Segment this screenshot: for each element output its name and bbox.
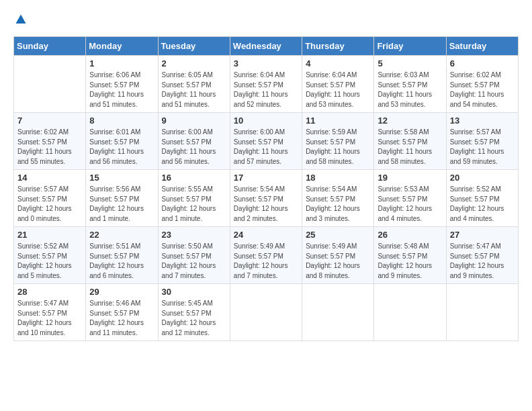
calendar-cell: 21Sunrise: 5:52 AMSunset: 5:57 PMDayligh…	[14, 227, 86, 284]
day-info: Sunrise: 6:06 AMSunset: 5:57 PMDaylight:…	[89, 71, 154, 109]
calendar-cell: 28Sunrise: 5:47 AMSunset: 5:57 PMDayligh…	[14, 284, 86, 341]
day-info: Sunrise: 5:52 AMSunset: 5:57 PMDaylight:…	[450, 185, 515, 224]
calendar-cell	[230, 284, 302, 341]
calendar-cell: 19Sunrise: 5:53 AMSunset: 5:57 PMDayligh…	[374, 170, 446, 227]
calendar-cell: 1Sunrise: 6:06 AMSunset: 5:57 PMDaylight…	[86, 56, 158, 113]
column-header-sunday: Sunday	[14, 37, 86, 56]
day-info: Sunrise: 5:54 AMSunset: 5:57 PMDaylight:…	[234, 185, 298, 224]
calendar-header-row: SundayMondayTuesdayWednesdayThursdayFrid…	[14, 37, 519, 56]
day-number: 25	[306, 230, 370, 240]
calendar-cell: 25Sunrise: 5:49 AMSunset: 5:57 PMDayligh…	[302, 227, 374, 284]
calendar-cell: 6Sunrise: 6:02 AMSunset: 5:57 PMDaylight…	[446, 56, 518, 113]
day-number: 27	[450, 230, 515, 240]
calendar-cell: 9Sunrise: 6:00 AMSunset: 5:57 PMDaylight…	[158, 113, 230, 170]
day-number: 18	[306, 173, 370, 183]
day-info: Sunrise: 6:04 AMSunset: 5:57 PMDaylight:…	[234, 71, 298, 109]
column-header-monday: Monday	[86, 37, 158, 56]
calendar-cell: 5Sunrise: 6:03 AMSunset: 5:57 PMDaylight…	[374, 56, 446, 113]
day-info: Sunrise: 6:05 AMSunset: 5:57 PMDaylight:…	[162, 71, 226, 109]
calendar-cell	[14, 56, 86, 113]
day-number: 5	[378, 58, 442, 68]
day-info: Sunrise: 6:03 AMSunset: 5:57 PMDaylight:…	[378, 71, 442, 109]
calendar-week-2: 7Sunrise: 6:02 AMSunset: 5:57 PMDaylight…	[14, 113, 519, 170]
day-number: 7	[17, 116, 82, 126]
calendar-cell: 15Sunrise: 5:56 AMSunset: 5:57 PMDayligh…	[86, 170, 158, 227]
day-number: 19	[378, 173, 442, 183]
day-number: 16	[162, 173, 226, 183]
calendar-cell: 26Sunrise: 5:48 AMSunset: 5:57 PMDayligh…	[374, 227, 446, 284]
logo-icon	[15, 13, 27, 26]
day-number: 1	[89, 58, 154, 68]
day-number: 2	[162, 58, 226, 68]
day-info: Sunrise: 6:01 AMSunset: 5:57 PMDaylight:…	[89, 128, 154, 167]
calendar-week-3: 14Sunrise: 5:57 AMSunset: 5:57 PMDayligh…	[14, 170, 519, 227]
calendar-cell	[302, 284, 374, 341]
day-info: Sunrise: 5:55 AMSunset: 5:57 PMDaylight:…	[162, 185, 226, 224]
calendar-cell	[374, 284, 446, 341]
day-number: 30	[162, 287, 226, 297]
day-number: 26	[378, 230, 442, 240]
calendar-cell: 27Sunrise: 5:47 AMSunset: 5:57 PMDayligh…	[446, 227, 518, 284]
day-number: 12	[378, 116, 442, 126]
day-info: Sunrise: 6:00 AMSunset: 5:57 PMDaylight:…	[162, 128, 226, 167]
calendar-cell: 24Sunrise: 5:49 AMSunset: 5:57 PMDayligh…	[230, 227, 302, 284]
column-header-wednesday: Wednesday	[230, 37, 302, 56]
calendar-cell: 23Sunrise: 5:50 AMSunset: 5:57 PMDayligh…	[158, 227, 230, 284]
day-info: Sunrise: 5:52 AMSunset: 5:57 PMDaylight:…	[17, 242, 82, 281]
day-number: 11	[306, 116, 370, 126]
column-header-saturday: Saturday	[446, 37, 518, 56]
day-number: 3	[234, 58, 298, 68]
day-info: Sunrise: 5:49 AMSunset: 5:57 PMDaylight:…	[234, 242, 298, 281]
day-number: 22	[89, 230, 154, 240]
day-info: Sunrise: 5:47 AMSunset: 5:57 PMDaylight:…	[17, 299, 82, 338]
day-info: Sunrise: 5:51 AMSunset: 5:57 PMDaylight:…	[89, 242, 154, 281]
day-number: 14	[17, 173, 82, 183]
logo	[13, 13, 27, 26]
column-header-tuesday: Tuesday	[158, 37, 230, 56]
day-info: Sunrise: 5:59 AMSunset: 5:57 PMDaylight:…	[306, 128, 370, 167]
day-number: 24	[234, 230, 298, 240]
day-info: Sunrise: 5:47 AMSunset: 5:57 PMDaylight:…	[450, 242, 515, 281]
column-header-thursday: Thursday	[302, 37, 374, 56]
day-info: Sunrise: 6:02 AMSunset: 5:57 PMDaylight:…	[450, 71, 515, 109]
svg-marker-0	[16, 15, 26, 24]
calendar-cell: 8Sunrise: 6:01 AMSunset: 5:57 PMDaylight…	[86, 113, 158, 170]
day-info: Sunrise: 5:56 AMSunset: 5:57 PMDaylight:…	[89, 185, 154, 224]
day-info: Sunrise: 5:46 AMSunset: 5:57 PMDaylight:…	[89, 299, 154, 338]
page-header	[13, 13, 519, 26]
day-number: 21	[17, 230, 82, 240]
day-info: Sunrise: 5:54 AMSunset: 5:57 PMDaylight:…	[306, 185, 370, 224]
day-info: Sunrise: 5:50 AMSunset: 5:57 PMDaylight:…	[162, 242, 226, 281]
calendar-cell: 20Sunrise: 5:52 AMSunset: 5:57 PMDayligh…	[446, 170, 518, 227]
calendar-cell: 11Sunrise: 5:59 AMSunset: 5:57 PMDayligh…	[302, 113, 374, 170]
calendar-cell: 14Sunrise: 5:57 AMSunset: 5:57 PMDayligh…	[14, 170, 86, 227]
day-info: Sunrise: 5:58 AMSunset: 5:57 PMDaylight:…	[378, 128, 442, 167]
day-number: 23	[162, 230, 226, 240]
day-info: Sunrise: 5:57 AMSunset: 5:57 PMDaylight:…	[450, 128, 515, 167]
day-info: Sunrise: 5:53 AMSunset: 5:57 PMDaylight:…	[378, 185, 442, 224]
day-info: Sunrise: 5:48 AMSunset: 5:57 PMDaylight:…	[378, 242, 442, 281]
calendar-week-5: 28Sunrise: 5:47 AMSunset: 5:57 PMDayligh…	[14, 284, 519, 341]
calendar-cell	[446, 284, 518, 341]
calendar-cell: 10Sunrise: 6:00 AMSunset: 5:57 PMDayligh…	[230, 113, 302, 170]
calendar-cell: 3Sunrise: 6:04 AMSunset: 5:57 PMDaylight…	[230, 56, 302, 113]
column-header-friday: Friday	[374, 37, 446, 56]
day-number: 17	[234, 173, 298, 183]
day-number: 29	[89, 287, 154, 297]
day-number: 6	[450, 58, 515, 68]
calendar-cell: 29Sunrise: 5:46 AMSunset: 5:57 PMDayligh…	[86, 284, 158, 341]
day-number: 28	[17, 287, 82, 297]
day-info: Sunrise: 6:04 AMSunset: 5:57 PMDaylight:…	[306, 71, 370, 109]
calendar-cell: 12Sunrise: 5:58 AMSunset: 5:57 PMDayligh…	[374, 113, 446, 170]
day-number: 8	[89, 116, 154, 126]
day-number: 10	[234, 116, 298, 126]
calendar-cell: 16Sunrise: 5:55 AMSunset: 5:57 PMDayligh…	[158, 170, 230, 227]
calendar-cell: 2Sunrise: 6:05 AMSunset: 5:57 PMDaylight…	[158, 56, 230, 113]
day-info: Sunrise: 6:02 AMSunset: 5:57 PMDaylight:…	[17, 128, 82, 167]
calendar-cell: 7Sunrise: 6:02 AMSunset: 5:57 PMDaylight…	[14, 113, 86, 170]
calendar-cell: 13Sunrise: 5:57 AMSunset: 5:57 PMDayligh…	[446, 113, 518, 170]
calendar-cell: 30Sunrise: 5:45 AMSunset: 5:57 PMDayligh…	[158, 284, 230, 341]
calendar-week-4: 21Sunrise: 5:52 AMSunset: 5:57 PMDayligh…	[14, 227, 519, 284]
day-info: Sunrise: 5:45 AMSunset: 5:57 PMDaylight:…	[162, 299, 226, 338]
day-number: 4	[306, 58, 370, 68]
